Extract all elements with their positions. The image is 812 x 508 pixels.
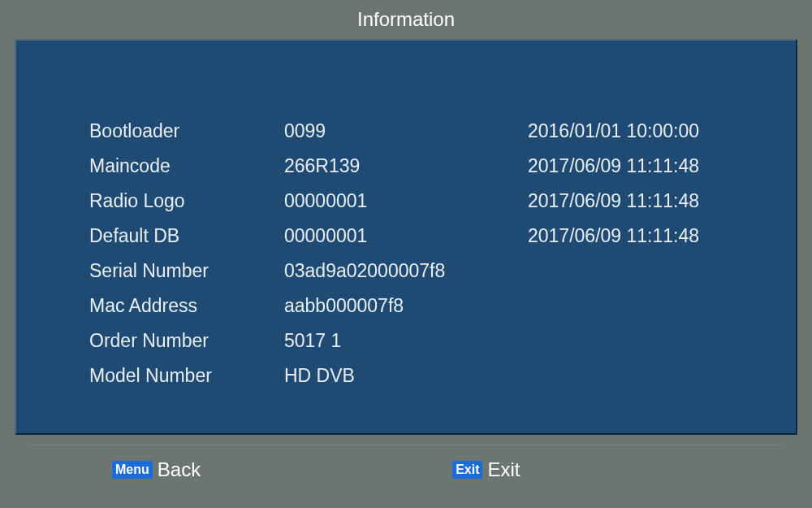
info-label: Order Number — [89, 330, 284, 352]
info-date: 2017/06/09 11:11:48 — [528, 190, 739, 212]
info-value: 5017 1 — [284, 330, 528, 352]
info-date: 2017/06/09 11:11:48 — [528, 155, 739, 177]
info-label: Default DB — [89, 225, 284, 247]
info-label: Serial Number — [89, 260, 284, 282]
exit-label: Exit — [487, 458, 520, 481]
info-value: 00000001 — [284, 225, 528, 247]
exit-button[interactable]: Exit Exit — [452, 458, 520, 481]
info-label: Model Number — [89, 365, 284, 387]
info-value: 266R139 — [284, 155, 528, 177]
info-row-maincode: Maincode 266R139 2017/06/09 11:11:48 — [89, 149, 739, 184]
info-row-default-db: Default DB 00000001 2017/06/09 11:11:48 — [89, 219, 739, 254]
info-value: HD DVB — [284, 365, 528, 387]
info-label: Radio Logo — [89, 190, 284, 212]
footer-bar: Menu Back Exit Exit — [29, 445, 783, 493]
back-label: Back — [158, 458, 201, 481]
info-value: 00000001 — [284, 190, 528, 212]
info-row-radio-logo: Radio Logo 00000001 2017/06/09 11:11:48 — [89, 184, 739, 219]
page-title: Information — [357, 8, 455, 31]
exit-key-badge: Exit — [452, 461, 482, 479]
info-label: Maincode — [89, 155, 284, 177]
info-panel: Bootloader 0099 2016/01/01 10:00:00 Main… — [15, 39, 797, 435]
info-row-order-number: Order Number 5017 1 — [89, 323, 739, 358]
content-outer: Bootloader 0099 2016/01/01 10:00:00 Main… — [0, 39, 812, 508]
info-value: 0099 — [284, 120, 528, 142]
info-date: 2016/01/01 10:00:00 — [528, 120, 739, 142]
back-button[interactable]: Menu Back — [112, 458, 201, 481]
info-row-serial-number: Serial Number 03ad9a02000007f8 — [89, 254, 739, 289]
info-row-bootloader: Bootloader 0099 2016/01/01 10:00:00 — [89, 114, 739, 149]
app-frame: Information Bootloader 0099 2016/01/01 1… — [0, 0, 812, 508]
info-label: Bootloader — [89, 120, 284, 142]
info-date: 2017/06/09 11:11:48 — [528, 225, 739, 247]
info-value: 03ad9a02000007f8 — [284, 260, 528, 282]
info-value: aabb000007f8 — [284, 295, 528, 317]
info-row-model-number: Model Number HD DVB — [89, 358, 739, 393]
info-row-mac-address: Mac Address aabb000007f8 — [89, 289, 739, 323]
info-label: Mac Address — [89, 295, 284, 317]
title-bar: Information — [0, 0, 812, 39]
menu-key-badge: Menu — [112, 461, 153, 479]
